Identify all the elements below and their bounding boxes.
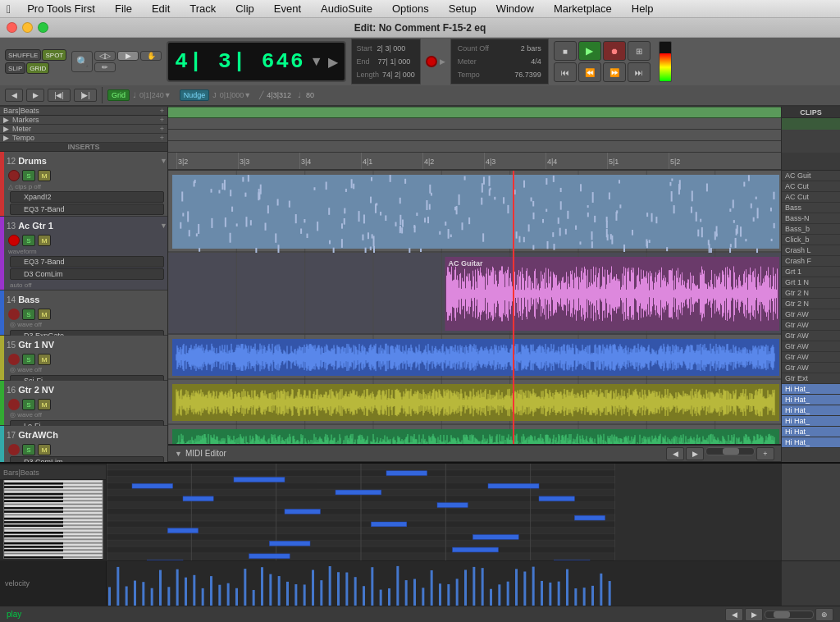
menu-clip[interactable]: Clip (232, 1, 257, 16)
acgtr-solo[interactable]: S (22, 235, 35, 246)
clip-item-10[interactable]: Grt 1 N (782, 277, 840, 288)
gtr1-solo[interactable]: S (22, 354, 35, 365)
selector-tool[interactable]: ▶ (117, 51, 139, 61)
menu-pro-tools[interactable]: Pro Tools First (24, 1, 98, 16)
menu-track[interactable]: Track (186, 1, 219, 16)
back-btn[interactable]: ◀ (5, 89, 23, 102)
clip-item-22[interactable]: Hi Hat_ (782, 405, 840, 416)
menu-options[interactable]: Options (389, 1, 432, 16)
bass-mute[interactable]: M (38, 309, 51, 320)
transport-play[interactable]: ▶ (578, 41, 601, 61)
maximize-button[interactable] (38, 22, 48, 33)
clip-item-17[interactable]: Gtr AW (782, 352, 840, 363)
clip-item-3[interactable]: Bass (782, 203, 840, 213)
clip-item-7[interactable]: Crash L (782, 245, 840, 256)
menu-window[interactable]: Window (493, 1, 537, 16)
nudge-fwd[interactable]: |▶| (74, 89, 97, 102)
trim-tool[interactable]: ◁▷ (94, 51, 116, 61)
transport-extra[interactable]: ⊞ (628, 41, 651, 61)
clip-item-1[interactable]: AC Cut (782, 181, 840, 192)
midi-bottom-scroll-right[interactable]: ▶ (745, 608, 763, 621)
bottom-scrollbar[interactable] (765, 611, 814, 619)
clip-item-6[interactable]: Click_b (782, 235, 840, 245)
gtrAW-solo[interactable]: S (22, 444, 35, 455)
transport-rewind[interactable]: ⏮ (554, 62, 577, 82)
transport-stop[interactable]: ■ (554, 41, 577, 61)
track-name-drums[interactable]: Drums (18, 156, 47, 166)
acgtr-rec-btn[interactable] (8, 235, 20, 246)
pencil-tool[interactable]: ✏ (94, 62, 116, 72)
menu-setup[interactable]: Setup (445, 1, 480, 16)
drums-insert-1[interactable]: Xpand!2 (10, 191, 164, 203)
bass-rec-btn[interactable] (8, 309, 20, 320)
midi-scroll-right[interactable]: ▶ (686, 447, 704, 460)
track-name-bass[interactable]: Bass (18, 295, 39, 304)
clip-item-24[interactable]: Hi Hat_ (782, 427, 840, 437)
gtrAW-rec-btn[interactable] (8, 444, 20, 455)
menu-edit[interactable]: Edit (148, 1, 173, 16)
menu-audiosuite[interactable]: AudioSuite (317, 1, 376, 16)
gtr2-mute[interactable]: M (38, 399, 51, 410)
clip-item-25[interactable]: Hi Hat_ (782, 437, 840, 448)
acgtr-mute[interactable]: M (38, 235, 51, 246)
clip-item-4[interactable]: Bass-N (782, 213, 840, 224)
transport-next[interactable]: ⏩ (603, 62, 626, 82)
clip-item-20[interactable]: Hi Hat_ (782, 384, 840, 395)
midi-bottom-scroll-left[interactable]: ◀ (725, 608, 743, 621)
menu-help[interactable]: Help (628, 1, 657, 16)
transport-record[interactable]: ⏺ (603, 41, 626, 61)
gtr1-rec-btn[interactable] (8, 354, 20, 365)
midi-grid[interactable] (107, 464, 781, 560)
gtrAW-mute[interactable]: M (38, 444, 51, 455)
grid-button[interactable]: GRID (26, 62, 49, 74)
clip-item-16[interactable]: Gtr AW (782, 341, 840, 352)
gtrAW-insert-1[interactable]: D3 ComLim (10, 456, 164, 462)
clip-item-23[interactable]: Hi Hat_ (782, 416, 840, 427)
minimize-button[interactable] (22, 22, 33, 33)
clip-item-13[interactable]: Gtr AW (782, 309, 840, 320)
drums-rec-btn[interactable] (8, 170, 20, 181)
slip-button[interactable]: SLIP (5, 62, 25, 74)
midi-notes-canvas[interactable] (107, 464, 615, 560)
midi-scroll-left[interactable]: ◀ (666, 447, 684, 460)
clip-item-19[interactable]: Gtr Ext (782, 373, 840, 384)
track-name-acgtr[interactable]: Ac Gtr 1 (18, 221, 53, 231)
drums-mute[interactable]: M (38, 170, 51, 181)
play-button[interactable]: play (7, 610, 21, 619)
clip-item-0[interactable]: AC Guit (782, 171, 840, 181)
apple-menu[interactable]:  (7, 2, 11, 16)
midi-bottom-expand[interactable]: ⊕ (815, 608, 833, 621)
acgtr-insert-2[interactable]: D3 ComLim (10, 268, 164, 280)
transport-prev[interactable]: ⏪ (578, 62, 601, 82)
shuffle-button[interactable]: SHUFFLE (5, 49, 41, 61)
clip-item-21[interactable]: Hi Hat_ (782, 395, 840, 405)
gtr2-rec-btn[interactable] (8, 399, 20, 410)
clip-item-8[interactable]: Crash F (782, 256, 840, 267)
drums-solo[interactable]: S (22, 170, 35, 181)
grabber-tool[interactable]: ✋ (140, 51, 162, 61)
track-name-gtr1[interactable]: Gtr 1 NV (18, 340, 54, 350)
tracks-canvas-area[interactable] (168, 171, 781, 444)
zoom-tool[interactable]: 🔍 (71, 51, 93, 72)
tracks-main-canvas[interactable] (168, 171, 781, 444)
clip-item-5[interactable]: Bass_b (782, 224, 840, 235)
clip-item-14[interactable]: Gtr AW (782, 320, 840, 331)
forward-btn[interactable]: ▶ (26, 89, 44, 102)
track-name-gtr2[interactable]: Gtr 2 NV (18, 385, 54, 395)
gtr1-mute[interactable]: M (38, 354, 51, 365)
acgtr-insert-1[interactable]: EQ3 7-Band (10, 256, 164, 268)
bass-solo[interactable]: S (22, 309, 35, 320)
clip-item-15[interactable]: Gtr AW (782, 331, 840, 341)
track-name-gtrAW[interactable]: GtrAWCh (18, 430, 58, 440)
clip-item-18[interactable]: Gtr AW (782, 363, 840, 373)
clip-item-11[interactable]: Gtr 2 N (782, 288, 840, 299)
menu-file[interactable]: File (112, 1, 135, 16)
transport-end[interactable]: ⏭ (628, 62, 651, 82)
drums-insert-2[interactable]: EQ3 7-Band (10, 204, 164, 215)
clip-item-9[interactable]: Grt 1 (782, 267, 840, 277)
menu-event[interactable]: Event (271, 1, 304, 16)
midi-expand[interactable]: + (756, 447, 774, 460)
close-button[interactable] (7, 22, 17, 33)
midi-scrollbar[interactable] (705, 447, 755, 455)
menu-marketplace[interactable]: Marketplace (550, 1, 615, 16)
